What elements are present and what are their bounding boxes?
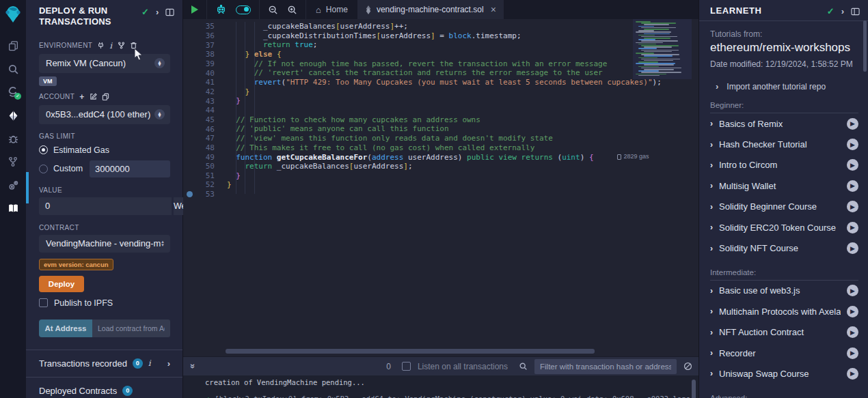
terminal-search-icon[interactable] — [519, 362, 528, 371]
terminal-filter-input[interactable] — [534, 359, 677, 374]
play-tutorial-button[interactable]: ▶ — [847, 306, 858, 317]
tutorial-item[interactable]: ›Basic use of web3.js▶ — [710, 281, 858, 301]
run-script-icon[interactable] — [191, 5, 198, 14]
transactions-recorded-row[interactable]: Transactions recorded 0 i › — [26, 350, 182, 377]
import-tutorial-repo[interactable]: › Import another tutorial repo — [716, 81, 858, 91]
account-select[interactable]: 0x5B3...eddC4 (100 ether) ▲▼ — [39, 105, 170, 124]
copilot-toggle[interactable] — [236, 5, 251, 14]
breakpoint-margin[interactable] — [183, 59, 195, 68]
code-line[interactable]: // 'view' means this function only reads… — [227, 134, 630, 143]
play-tutorial-button[interactable]: ▶ — [847, 201, 858, 212]
tutorial-item[interactable]: ›Uniswap Swap Course▶ — [710, 363, 858, 384]
clear-terminal-icon[interactable] — [683, 362, 692, 371]
copy-account-icon[interactable] — [102, 93, 109, 100]
file-explorer-icon[interactable] — [0, 34, 26, 57]
code-line[interactable]: } — [227, 180, 630, 190]
gutter-lines[interactable]: 35363738394041424344454647484950515253 — [183, 22, 227, 199]
breakpoint-dot[interactable] — [183, 190, 195, 199]
code-line[interactable]: // 'public' means anyone can call this f… — [227, 124, 630, 134]
pin-panel-icon[interactable]: › — [156, 7, 159, 17]
code-line[interactable]: // This makes it free to call (no gas co… — [227, 143, 630, 153]
breakpoint-margin[interactable] — [183, 134, 195, 143]
trash-icon[interactable] — [130, 42, 137, 49]
code-editor[interactable]: 35363738394041424344454647484950515253 _… — [183, 19, 699, 349]
play-tutorial-button[interactable]: ▶ — [847, 326, 858, 338]
breakpoint-margin[interactable] — [183, 41, 195, 50]
play-tutorial-button[interactable]: ▶ — [847, 118, 858, 130]
breakpoint-margin[interactable] — [183, 162, 195, 171]
play-tutorial-button[interactable]: ▶ — [847, 180, 858, 192]
listen-all-checkbox[interactable] — [402, 362, 411, 371]
play-tutorial-button[interactable]: ▶ — [847, 242, 858, 254]
code-lines[interactable]: _cupcakeBalances[userAddress]++; _cupcak… — [227, 22, 630, 199]
transactions-info-icon[interactable]: i — [148, 358, 151, 368]
breakpoint-margin[interactable] — [183, 50, 195, 59]
breakpoint-margin[interactable] — [183, 97, 195, 106]
zoom-out-icon[interactable] — [268, 5, 278, 15]
close-tab-icon[interactable]: × — [491, 4, 496, 15]
breakpoint-margin[interactable] — [183, 180, 195, 189]
tutorial-item[interactable]: ›Solidity NFT Course▶ — [710, 238, 858, 258]
add-account-icon[interactable]: + — [79, 92, 84, 102]
code-line[interactable]: // Function to check how many cupcakes a… — [227, 115, 630, 125]
tutorial-item[interactable]: ›Intro to Circom▶ — [710, 155, 858, 175]
code-line[interactable] — [227, 106, 630, 115]
tutorial-item[interactable]: ›Hash Checker Tutorial▶ — [710, 134, 858, 154]
deploy-run-icon[interactable] — [0, 104, 26, 127]
tutorial-item[interactable]: ›Multichain Protocols with Axelar▶ — [710, 301, 858, 322]
breakpoint-margin[interactable] — [183, 143, 195, 152]
value-input[interactable] — [39, 197, 172, 215]
search-icon[interactable] — [0, 57, 26, 81]
code-line[interactable]: } — [227, 171, 630, 181]
custom-gas-input[interactable] — [90, 160, 170, 177]
play-tutorial-button[interactable]: ▶ — [847, 368, 858, 380]
play-tutorial-button[interactable]: ▶ — [847, 222, 858, 233]
plug-icon[interactable] — [97, 42, 105, 49]
editor-minimap[interactable] — [633, 19, 692, 79]
code-line[interactable]: // If not enough time has passed, revert… — [227, 59, 630, 69]
breakpoint-margin[interactable] — [183, 78, 195, 87]
code-line[interactable]: _cupcakeDistributionTimes[userAddress] =… — [227, 31, 630, 41]
breakpoint-margin[interactable] — [183, 115, 195, 124]
code-line[interactable]: function getCupcakeBalanceFor(address us… — [227, 152, 630, 162]
custom-gas-radio[interactable] — [39, 165, 48, 173]
git-icon[interactable] — [0, 150, 26, 173]
split-view-icon[interactable] — [165, 8, 174, 16]
tutorial-item[interactable]: ›Basics of Remix▶ — [710, 113, 858, 134]
publish-ipfs-checkbox[interactable] — [39, 298, 48, 307]
code-line[interactable]: // 'revert' cancels the transaction and … — [227, 68, 630, 78]
tab-home[interactable]: ⌂ Home — [306, 0, 357, 19]
tab-file[interactable]: vending-machine-contract.sol × — [357, 0, 504, 19]
deploy-button[interactable]: Deploy — [39, 276, 84, 292]
code-line[interactable]: } else { — [227, 50, 630, 59]
terminal-scrollbar[interactable] — [692, 380, 696, 398]
breakpoint-margin[interactable] — [183, 106, 195, 115]
play-tutorial-button[interactable]: ▶ — [847, 159, 858, 171]
at-address-button[interactable]: At Address — [39, 319, 92, 337]
split-view-icon[interactable] — [851, 8, 860, 16]
tutorial-item[interactable]: ›NFT Auction Contract▶ — [710, 322, 858, 343]
edit-account-icon[interactable] — [90, 93, 97, 100]
environment-select[interactable]: Remix VM (Cancun) ▲▼ — [39, 54, 170, 73]
tutorial-item[interactable]: ›Solidity ERC20 Token Course▶ — [710, 217, 858, 238]
code-line[interactable]: revert("HTTP 429: Too Many Cupcakes (you… — [227, 78, 630, 87]
environment-info-icon[interactable]: i — [109, 41, 112, 51]
tutorial-item[interactable]: ›Multisig Wallet▶ — [710, 175, 858, 196]
code-line[interactable]: } — [227, 96, 630, 106]
estimated-gas-radio[interactable] — [39, 145, 48, 154]
code-line[interactable]: } — [227, 87, 630, 97]
tutorial-item[interactable]: ›Recorder▶ — [710, 343, 858, 363]
learneth-scrollbar[interactable] — [863, 20, 867, 72]
remix-logo[interactable] — [0, 0, 26, 29]
settings-icon[interactable] — [0, 173, 26, 197]
breakpoint-margin[interactable] — [183, 31, 195, 40]
breakpoint-margin[interactable] — [183, 153, 195, 162]
code-line[interactable]: return _cupcakeBalances[userAddress]; — [227, 162, 630, 171]
solidity-compiler-icon[interactable]: ✓ — [0, 81, 26, 104]
play-tutorial-button[interactable]: ▶ — [847, 347, 858, 359]
breakpoint-margin[interactable] — [183, 87, 195, 96]
play-tutorial-button[interactable]: ▶ — [847, 139, 858, 150]
pin-panel-icon[interactable]: › — [841, 6, 844, 16]
contract-select[interactable]: VendingMachine - vending-machin ▲▼ — [39, 235, 170, 253]
breakpoint-margin[interactable] — [183, 22, 195, 31]
